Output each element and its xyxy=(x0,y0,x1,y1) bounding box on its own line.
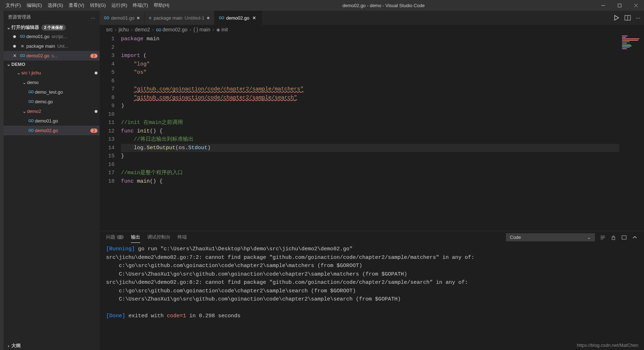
menu-item[interactable]: 转到(G) xyxy=(87,1,109,10)
svg-rect-0 xyxy=(618,4,621,7)
explorer-title: 资源管理器 xyxy=(8,14,31,20)
folder-item[interactable]: ⌄demo xyxy=(4,78,100,87)
panel-tab[interactable]: 终端 xyxy=(178,232,187,243)
error-count-badge: 2 xyxy=(90,54,97,58)
go-file-icon: GO xyxy=(28,90,34,94)
file-item[interactable]: GOdemo02.go2 xyxy=(4,126,100,135)
close-icon[interactable]: ✕ xyxy=(252,15,257,21)
open-editor-item[interactable]: ✕GOdemo02.gos...2 xyxy=(4,51,100,61)
collapse-panel-icon[interactable] xyxy=(632,235,638,240)
tab-label: demo01.go xyxy=(111,15,134,21)
file-item[interactable]: GOdemo01.go xyxy=(4,116,100,126)
breadcrumbs[interactable]: src›jichu›demo2›GO demo02.go›{ } main›◈ … xyxy=(100,25,644,34)
output-channel-select[interactable]: Code ⌄ xyxy=(506,233,595,241)
outline-header[interactable]: › 大纲 xyxy=(4,341,100,350)
file-item[interactable]: GOdemo_test.go xyxy=(4,87,100,97)
workspace-label: DEMO xyxy=(11,62,25,67)
chevron-down-icon: ⌄ xyxy=(587,235,591,240)
chevron-right-icon: › xyxy=(131,27,133,32)
panel-tab[interactable]: 问题2 xyxy=(106,232,124,243)
file-item[interactable]: GOdemo.go xyxy=(4,97,100,106)
file-label: package main xyxy=(26,43,55,49)
menu-item[interactable]: 终端(T) xyxy=(130,1,151,10)
editor-tab[interactable]: GOdemo01.go● xyxy=(100,11,144,25)
menu-item[interactable]: 编辑(E) xyxy=(24,1,45,10)
more-actions-icon[interactable]: ⋯ xyxy=(636,15,640,21)
minimap[interactable] xyxy=(619,34,644,231)
run-icon[interactable] xyxy=(613,15,619,21)
open-editor-item[interactable]: ●GOdemo01.gosrc\jic... xyxy=(4,32,100,41)
outline-label: 大纲 xyxy=(11,343,21,349)
file-label: demo01.go xyxy=(26,34,49,39)
braces-icon: { } xyxy=(193,27,198,32)
chevron-down-icon: ⌄ xyxy=(16,70,21,75)
panel-tab[interactable]: 调试控制台 xyxy=(147,232,170,243)
open-editors-header[interactable]: ⌄ 打开的编辑器 2 个未保存 xyxy=(4,23,100,32)
dirty-icon: ● xyxy=(11,42,19,50)
chevron-right-icon: › xyxy=(152,27,154,32)
new-terminal-icon[interactable] xyxy=(621,235,627,240)
chevron-down-icon: ⌄ xyxy=(6,62,11,67)
panel-tabs: 问题2输出调试控制台终端 Code ⌄ xyxy=(100,231,644,244)
split-editor-icon[interactable] xyxy=(624,15,631,21)
titlebar: 文件(F)编辑(E)选择(S)查看(V)转到(G)运行(R)终端(T)帮助(H)… xyxy=(0,0,644,11)
folder-item[interactable]: ⌄src \ jichu xyxy=(4,68,100,78)
tab-label: demo02.go xyxy=(226,15,249,21)
menu-item[interactable]: 查看(V) xyxy=(66,1,87,10)
tree-label: demo01.go xyxy=(35,118,58,124)
editor-area: GOdemo01.go●≡package main Untitled-1●GOd… xyxy=(100,11,644,350)
menu-item[interactable]: 文件(F) xyxy=(3,1,24,10)
folder-item[interactable]: ⌄demo2 xyxy=(4,106,100,116)
go-file-icon: GO xyxy=(219,16,224,20)
go-file-icon: GO xyxy=(156,28,161,32)
breadcrumb-item[interactable]: jichu xyxy=(118,27,129,32)
chevron-down-icon: ⌄ xyxy=(6,25,11,30)
cube-icon: ◈ xyxy=(216,27,220,32)
file-icon: ≡ xyxy=(149,15,152,21)
svg-rect-3 xyxy=(622,236,626,239)
tree-label: demo_test.go xyxy=(35,89,63,95)
breadcrumb-item[interactable]: demo2 xyxy=(135,27,150,32)
menu-item[interactable]: 选择(S) xyxy=(45,1,66,10)
menu-item[interactable]: 运行(R) xyxy=(109,1,130,10)
panel-output[interactable]: [Running] go run "c:\Users\ZhaoXu1\Deskt… xyxy=(100,244,644,350)
file-path: s... xyxy=(52,53,58,58)
unsaved-badge: 2 个未保存 xyxy=(41,25,66,31)
dirty-icon: ● xyxy=(11,33,19,40)
breadcrumb-item[interactable]: ◈ init xyxy=(216,27,228,32)
menu-item[interactable]: 帮助(H) xyxy=(151,1,172,10)
open-editor-item[interactable]: ●≡package mainUnt... xyxy=(4,41,100,51)
breadcrumb-item[interactable]: GO demo02.go xyxy=(156,27,188,32)
go-file-icon: GO xyxy=(28,119,34,123)
close-button[interactable] xyxy=(628,0,644,11)
editor-tab[interactable]: ≡package main Untitled-1● xyxy=(144,11,215,25)
panel: 问题2输出调试控制台终端 Code ⌄ xyxy=(100,231,644,350)
tree-label: demo2 xyxy=(27,109,41,114)
svg-rect-2 xyxy=(612,237,615,240)
maximize-button[interactable] xyxy=(611,0,628,11)
go-file-icon: GO xyxy=(20,35,25,38)
dirty-icon: ● xyxy=(137,15,140,21)
go-file-icon: GO xyxy=(20,54,25,58)
close-icon[interactable]: ✕ xyxy=(11,53,19,58)
tabbar-actions: ⋯ xyxy=(613,11,644,25)
go-file-icon: GO xyxy=(28,100,34,104)
breadcrumb-item[interactable]: { } main xyxy=(193,27,210,32)
code[interactable]: package main import ( "log" "os" "github… xyxy=(121,34,619,231)
tabbar: GOdemo01.go●≡package main Untitled-1●GOd… xyxy=(100,11,644,25)
file-path: src\jic... xyxy=(52,34,67,39)
panel-tab[interactable]: 输出 xyxy=(131,232,140,243)
file-label: demo02.go xyxy=(26,53,49,58)
tree-label: demo.go xyxy=(35,99,53,104)
lock-icon[interactable] xyxy=(611,235,616,240)
tab-desc: Untitled-1 xyxy=(185,15,205,21)
breadcrumb-item[interactable]: src xyxy=(106,27,113,32)
chevron-down-icon: ⌄ xyxy=(21,109,27,114)
clear-output-icon[interactable] xyxy=(600,235,606,240)
editor-tab[interactable]: GOdemo02.go✕ xyxy=(215,11,262,25)
editor-body[interactable]: 123456789101112131415161718 package main… xyxy=(100,34,644,231)
file-path: Unt... xyxy=(57,43,68,49)
minimize-button[interactable] xyxy=(595,0,611,11)
workspace-header[interactable]: ⌄ DEMO xyxy=(4,61,100,68)
more-icon[interactable]: … xyxy=(91,14,95,20)
